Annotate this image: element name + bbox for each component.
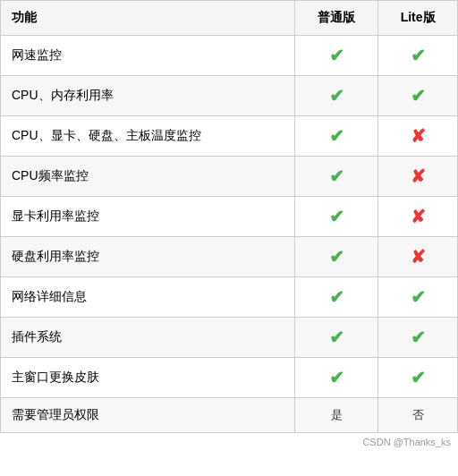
table-row: 主窗口更换皮肤✔✔	[1, 358, 458, 398]
cross-icon: ✘	[411, 247, 426, 267]
check-icon: ✔	[329, 247, 344, 267]
check-icon: ✔	[411, 46, 426, 65]
normal-cell: ✔	[294, 318, 377, 358]
text-value: 否	[412, 408, 424, 421]
check-icon: ✔	[329, 126, 344, 146]
lite-cell: ✘	[378, 237, 458, 277]
feature-cell: CPU频率监控	[1, 157, 295, 197]
cross-icon: ✘	[411, 126, 426, 146]
col-header-lite: Lite版	[378, 1, 458, 36]
feature-cell: 插件系统	[1, 318, 295, 358]
normal-cell: ✔	[294, 76, 377, 116]
check-icon: ✔	[411, 327, 426, 347]
comparison-table: 功能 普通版 Lite版 网速监控✔✔CPU、内存利用率✔✔CPU、显卡、硬盘、…	[0, 0, 458, 433]
table-row: 网速监控✔✔	[1, 36, 458, 76]
check-icon: ✔	[329, 327, 344, 347]
check-icon: ✔	[329, 86, 344, 106]
feature-cell: CPU、显卡、硬盘、主板温度监控	[1, 116, 295, 157]
normal-cell: 是	[294, 398, 377, 433]
normal-cell: ✔	[294, 277, 377, 318]
table-row: 插件系统✔✔	[1, 318, 458, 358]
normal-cell: ✔	[294, 358, 377, 398]
cross-icon: ✘	[411, 166, 426, 186]
col-header-normal: 普通版	[294, 1, 377, 36]
normal-cell: ✔	[294, 197, 377, 237]
feature-cell: 需要管理员权限	[1, 398, 295, 433]
lite-cell: ✘	[378, 116, 458, 157]
table-header: 功能 普通版 Lite版	[1, 1, 458, 36]
table-row: 硬盘利用率监控✔✘	[1, 237, 458, 277]
check-icon: ✔	[329, 368, 344, 387]
feature-cell: 硬盘利用率监控	[1, 237, 295, 277]
lite-cell: ✔	[378, 36, 458, 76]
table-row: 显卡利用率监控✔✘	[1, 197, 458, 237]
col-header-feature: 功能	[1, 1, 295, 36]
watermark: CSDN @Thanks_ks	[0, 433, 458, 451]
lite-cell: ✘	[378, 197, 458, 237]
lite-cell: 否	[378, 398, 458, 433]
lite-cell: ✔	[378, 358, 458, 398]
check-icon: ✔	[329, 166, 344, 186]
check-icon: ✔	[411, 368, 426, 387]
normal-cell: ✔	[294, 157, 377, 197]
text-value: 是	[331, 408, 343, 421]
check-icon: ✔	[411, 287, 426, 307]
table-row: CPU频率监控✔✘	[1, 157, 458, 197]
check-icon: ✔	[411, 86, 426, 106]
lite-cell: ✘	[378, 157, 458, 197]
lite-cell: ✔	[378, 318, 458, 358]
check-icon: ✔	[329, 46, 344, 65]
normal-cell: ✔	[294, 36, 377, 76]
cross-icon: ✘	[411, 207, 426, 226]
lite-cell: ✔	[378, 277, 458, 318]
feature-cell: CPU、内存利用率	[1, 76, 295, 116]
check-icon: ✔	[329, 287, 344, 307]
table-row: CPU、显卡、硬盘、主板温度监控✔✘	[1, 116, 458, 157]
normal-cell: ✔	[294, 116, 377, 157]
table-row: CPU、内存利用率✔✔	[1, 76, 458, 116]
feature-cell: 显卡利用率监控	[1, 197, 295, 237]
feature-cell: 网速监控	[1, 36, 295, 76]
feature-cell: 网络详细信息	[1, 277, 295, 318]
lite-cell: ✔	[378, 76, 458, 116]
table-row: 需要管理员权限是否	[1, 398, 458, 433]
check-icon: ✔	[329, 207, 344, 226]
table-row: 网络详细信息✔✔	[1, 277, 458, 318]
normal-cell: ✔	[294, 237, 377, 277]
feature-cell: 主窗口更换皮肤	[1, 358, 295, 398]
